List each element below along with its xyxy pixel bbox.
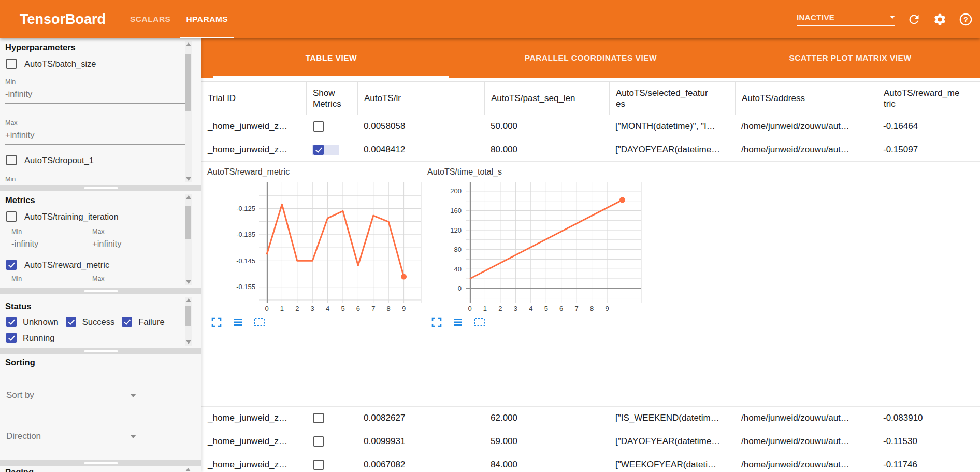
tab-hparams[interactable]: HPARAMS — [178, 0, 236, 38]
drag-handle[interactable] — [84, 290, 118, 292]
chart-toolbar — [431, 317, 485, 327]
show-metrics-checkbox[interactable] — [313, 413, 324, 423]
scroll-up-icon[interactable] — [186, 298, 191, 302]
metrics-scrollbar[interactable] — [185, 194, 192, 285]
cell-show-metrics — [306, 145, 357, 155]
data-list-icon[interactable] — [453, 317, 463, 327]
hyperparameters-scrollbar[interactable] — [185, 41, 192, 182]
sidebar-section-status: Status Unknown Success Failure Running — [0, 294, 201, 348]
topbar-actions: INACTIVE ? — [797, 0, 973, 38]
cell-selected-features: ["DAYOFYEAR(datetime… — [609, 436, 735, 447]
tab-scalars[interactable]: SCALARS — [122, 0, 178, 38]
unknown-checkbox[interactable] — [6, 317, 17, 327]
tab-scalars-label: SCALARS — [130, 15, 170, 24]
section-resize-handle[interactable] — [0, 185, 201, 191]
scroll-up-icon[interactable] — [186, 42, 191, 46]
running-checkbox[interactable] — [6, 333, 17, 343]
expanded-session-metrics-panel: AutoTS/reward_metric -0.125-0.135-0.145-… — [201, 162, 980, 407]
tab-table-view[interactable]: TABLE VIEW — [201, 38, 461, 78]
metric-min-field[interactable]: Min — [11, 275, 82, 285]
metric-max-field[interactable]: Max — [92, 275, 163, 285]
gear-icon[interactable] — [933, 12, 947, 26]
metric-row-training-iteration[interactable]: AutoTS/training_iteration — [6, 211, 201, 222]
metric-min-field[interactable]: Min -infinity — [11, 228, 82, 252]
drag-handle[interactable] — [84, 187, 118, 189]
status-item-success[interactable]: Success — [66, 317, 114, 327]
training-iteration-checkbox[interactable] — [6, 211, 17, 222]
svg-text:0: 0 — [468, 305, 471, 312]
svg-text:40: 40 — [454, 265, 462, 273]
col-header-reward-metric: AutoTS/reward_metric — [877, 82, 980, 115]
success-checkbox[interactable] — [66, 317, 76, 327]
refresh-icon[interactable] — [907, 12, 921, 26]
batch-size-checkbox[interactable] — [6, 59, 17, 69]
svg-text:2: 2 — [498, 305, 502, 312]
training-iteration-label: AutoTS/training_iteration — [24, 212, 119, 222]
cell-reward-metric: -0.15097 — [877, 145, 980, 155]
cell-trial-id: _home_junweid_z… — [201, 460, 306, 470]
drag-handle[interactable] — [84, 350, 118, 352]
cell-lr: 0.0099931 — [357, 436, 484, 447]
tab-parallel-coordinates-view[interactable]: PARALLEL COORDINATES VIEW — [461, 38, 720, 78]
data-list-icon[interactable] — [233, 317, 243, 327]
cell-trial-id: _home_junweid_z… — [201, 121, 306, 132]
fullscreen-icon[interactable] — [431, 317, 442, 327]
selection-box-icon[interactable] — [254, 317, 265, 327]
hparam-row-batch-size[interactable]: AutoTS/batch_size — [6, 59, 201, 69]
run-status-dropdown[interactable]: INACTIVE — [797, 13, 895, 26]
metric-row-reward-metric[interactable]: AutoTS/reward_metric — [6, 260, 201, 270]
selection-box-icon[interactable] — [474, 317, 485, 327]
cell-selected-features: ["WEEKOFYEAR(dateti… — [609, 460, 735, 470]
show-metrics-checkbox[interactable] — [313, 436, 324, 447]
cell-address: /home/junweid/zouwu/aut… — [735, 413, 877, 423]
drag-handle[interactable] — [84, 462, 118, 464]
scrollbar-thumb[interactable] — [185, 306, 191, 326]
scroll-down-icon[interactable] — [186, 340, 191, 344]
chart-toolbar — [211, 317, 265, 327]
col-header-address: AutoTS/address — [735, 82, 877, 115]
status-item-failure[interactable]: Failure — [122, 317, 164, 327]
fullscreen-icon[interactable] — [211, 317, 222, 327]
status-item-unknown[interactable]: Unknown — [6, 317, 59, 327]
reward-metric-checkbox[interactable] — [6, 260, 17, 270]
status-scrollbar[interactable] — [185, 297, 192, 346]
scroll-down-icon[interactable] — [186, 177, 191, 181]
table-view-label: TABLE VIEW — [306, 53, 357, 63]
scroll-up-icon[interactable] — [186, 195, 191, 199]
show-metrics-checkbox[interactable] — [313, 460, 324, 470]
scrollbar-thumb[interactable] — [185, 206, 191, 239]
batch-size-max-field[interactable]: Max +infinity — [5, 119, 191, 145]
section-resize-handle[interactable] — [0, 348, 201, 354]
sort-by-dropdown[interactable]: Sort by — [6, 390, 138, 406]
failure-checkbox[interactable] — [122, 317, 132, 327]
dropout-1-checkbox[interactable] — [6, 155, 17, 165]
table-row: _home_junweid_z… 0.0082627 62.000 ["IS_W… — [201, 407, 980, 430]
cell-reward-metric: -0.16464 — [877, 121, 980, 132]
status-item-running[interactable]: Running — [6, 333, 54, 343]
help-icon[interactable]: ? — [959, 12, 973, 26]
cell-show-metrics — [306, 460, 357, 470]
status-filters: Unknown Success Failure Running — [6, 317, 188, 343]
svg-text:3: 3 — [514, 305, 517, 312]
hparam-row-dropout-1[interactable]: AutoTS/dropout_1 — [6, 155, 201, 165]
section-resize-handle[interactable] — [0, 460, 201, 466]
unknown-label: Unknown — [23, 317, 59, 327]
dropout-1-label: AutoTS/dropout_1 — [24, 155, 94, 165]
dropout-1-min-label: Min — [5, 176, 201, 183]
tab-scatter-plot-matrix-view[interactable]: SCATTER PLOT MATRIX VIEW — [720, 38, 980, 78]
reward-metric-range: Min Max — [11, 275, 201, 285]
success-label: Success — [82, 317, 114, 327]
app-title: TensorBoard — [20, 0, 106, 38]
scroll-down-icon[interactable] — [186, 280, 191, 284]
top-bar: TensorBoard SCALARS HPARAMS INACTIVE ? — [0, 0, 980, 38]
batch-size-min-field[interactable]: Min -infinity — [5, 78, 191, 104]
scrollbar-thumb[interactable] — [185, 54, 191, 111]
section-resize-handle[interactable] — [0, 288, 201, 294]
show-metrics-checkbox[interactable] — [313, 121, 324, 132]
scroll-up-icon[interactable] — [185, 468, 191, 471]
direction-dropdown[interactable]: Direction — [6, 431, 138, 447]
metric-max-field[interactable]: Max +infinity — [92, 228, 163, 252]
show-metrics-checkbox[interactable] — [313, 145, 324, 155]
cell-reward-metric: -0.11746 — [877, 460, 980, 470]
time-total-chart: AutoTS/time_total_s 20016012080400012345… — [427, 162, 651, 406]
